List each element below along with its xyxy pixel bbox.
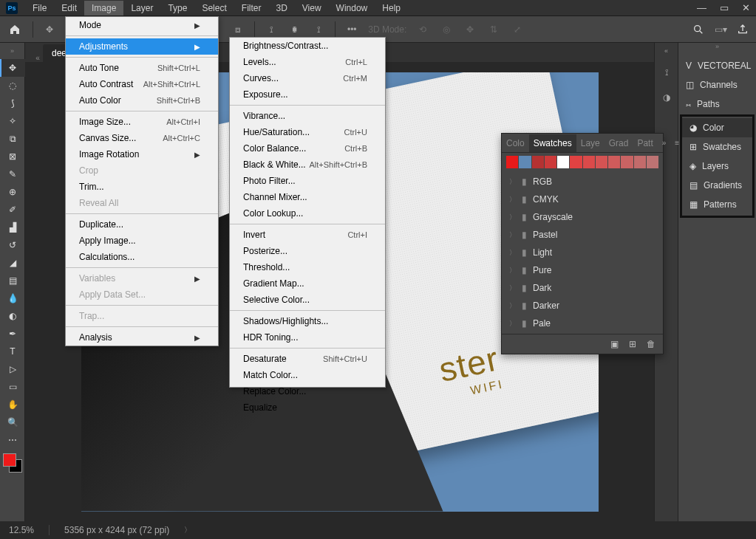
collapse-icon[interactable]: »: [678, 43, 756, 56]
panel-paths[interactable]: ⟗Paths: [678, 95, 756, 114]
collapse-icon[interactable]: »: [658, 139, 671, 147]
maximize-button[interactable]: ▭: [720, 2, 729, 13]
3d-pan-icon[interactable]: ✥: [463, 22, 477, 37]
swatch-cell[interactable]: [545, 156, 556, 168]
rectangle-tool[interactable]: ▭: [0, 378, 25, 396]
new-swatch-icon[interactable]: ⊞: [629, 339, 636, 349]
eraser-tool[interactable]: ◢: [0, 254, 25, 272]
panel-vectoreal[interactable]: VVECTOREAL: [678, 56, 756, 75]
menu-item-trim[interactable]: Trim...: [66, 179, 218, 195]
menu-item-vibrance[interactable]: Vibrance...: [230, 108, 385, 124]
align-center-v-icon[interactable]: ⧯: [287, 22, 302, 37]
swatch-cell[interactable]: [519, 156, 531, 168]
menu-item-selective-color[interactable]: Selective Color...: [230, 292, 385, 308]
path-selection-tool[interactable]: ▷: [0, 360, 25, 378]
menu-item-replace-color[interactable]: Replace Color...: [230, 383, 385, 399]
menu-item-black-white[interactable]: Black & White...Alt+Shift+Ctrl+B: [230, 157, 385, 173]
clone-stamp-tool[interactable]: ▟: [0, 219, 25, 236]
adjustments-icon[interactable]: ◑: [659, 90, 674, 105]
crop-tool[interactable]: ⧉: [0, 130, 25, 148]
swatch-cell[interactable]: [608, 156, 620, 168]
menubar-type[interactable]: Type: [160, 1, 194, 16]
panel-gradients[interactable]: ▤Gradients: [682, 176, 752, 195]
swatch-cell[interactable]: [647, 156, 658, 168]
panel-swatches[interactable]: ⊞Swatches: [682, 137, 752, 157]
menu-item-analysis[interactable]: Analysis▶: [66, 329, 218, 346]
history-brush-tool[interactable]: ↺: [0, 236, 25, 254]
panel-tab-colo[interactable]: Colo: [502, 134, 529, 152]
panel-color[interactable]: ◕Color: [682, 118, 752, 137]
menu-item-desaturate[interactable]: DesaturateShift+Ctrl+U: [230, 351, 385, 367]
swatch-cell[interactable]: [532, 156, 544, 168]
menu-item-image-rotation[interactable]: Image Rotation▶: [66, 146, 218, 162]
menubar-3d[interactable]: 3D: [268, 1, 294, 16]
align-top-icon[interactable]: ⟟: [264, 22, 279, 37]
swatch-folder-dark[interactable]: 〉▮Dark: [502, 279, 663, 297]
panel-channels[interactable]: ◫Channels: [678, 75, 756, 95]
foreground-color[interactable]: [3, 453, 16, 467]
swatch-folder-pure[interactable]: 〉▮Pure: [502, 261, 663, 279]
panel-tab-patt[interactable]: Patt: [633, 134, 657, 152]
menubar-select[interactable]: Select: [194, 1, 234, 16]
swatch-cell[interactable]: [557, 156, 569, 168]
marquee-tool[interactable]: ◌: [0, 77, 25, 95]
menu-item-brightness-contrast[interactable]: Brightness/Contrast...: [230, 38, 385, 54]
magic-wand-tool[interactable]: ✧: [0, 112, 25, 130]
menu-item-apply-image[interactable]: Apply Image...: [66, 233, 218, 249]
swatch-cell[interactable]: [621, 156, 633, 168]
align-bottom-icon[interactable]: ⟟: [311, 22, 326, 37]
lasso-tool[interactable]: ⟆: [0, 95, 25, 112]
eyedropper-tool[interactable]: ✎: [0, 165, 25, 183]
menu-item-image-size[interactable]: Image Size...Alt+Ctrl+I: [66, 114, 218, 130]
menubar-edit[interactable]: Edit: [54, 1, 84, 16]
menu-item-hue-saturation[interactable]: Hue/Saturation...Ctrl+U: [230, 124, 385, 140]
menu-item-gradient-map[interactable]: Gradient Map...: [230, 275, 385, 292]
home-button[interactable]: [6, 21, 24, 38]
panel-tab-laye[interactable]: Laye: [576, 134, 605, 152]
edit-toolbar-icon[interactable]: ⋯: [0, 431, 25, 449]
swatch-folder-rgb[interactable]: 〉▮RGB: [502, 173, 663, 190]
collapse-icon[interactable]: »: [0, 47, 24, 59]
menu-item-color-lookup[interactable]: Color Lookup...: [230, 205, 385, 222]
frame-tool[interactable]: ⊠: [0, 148, 25, 165]
move-tool-icon[interactable]: ✥: [42, 22, 57, 37]
menu-item-calculations[interactable]: Calculations...: [66, 249, 218, 265]
workspace-switcher-icon[interactable]: ▭▾: [713, 22, 728, 37]
swatch-cell[interactable]: [634, 156, 646, 168]
menu-item-adjustments[interactable]: Adjustments▶: [66, 38, 218, 55]
menu-item-equalize[interactable]: Equalize: [230, 399, 385, 416]
3d-zoom-icon[interactable]: ⤢: [510, 22, 525, 37]
status-caret-icon[interactable]: 〉: [184, 525, 191, 535]
swatch-cell[interactable]: [583, 156, 595, 168]
save-folder-icon[interactable]: ▣: [610, 339, 619, 349]
menu-item-match-color[interactable]: Match Color...: [230, 367, 385, 383]
menu-item-hdr-toning[interactable]: HDR Toning...: [230, 329, 385, 346]
swatch-folder-darker[interactable]: 〉▮Darker: [502, 297, 663, 315]
menubar-view[interactable]: View: [295, 1, 329, 16]
swatch-folder-pastel[interactable]: 〉▮Pastel: [502, 226, 663, 244]
menu-item-shadows-highlights[interactable]: Shadows/Highlights...: [230, 313, 385, 329]
zoom-level[interactable]: 12.5%: [9, 525, 34, 535]
menu-item-invert[interactable]: InvertCtrl+I: [230, 227, 385, 243]
panel-menu-icon[interactable]: ≡: [670, 139, 684, 147]
menu-item-duplicate[interactable]: Duplicate...: [66, 216, 218, 233]
menu-item-mode[interactable]: Mode▶: [66, 17, 218, 33]
swatch-cell[interactable]: [506, 156, 518, 168]
menu-item-color-balance[interactable]: Color Balance...Ctrl+B: [230, 140, 385, 157]
swatch-folder-light[interactable]: 〉▮Light: [502, 244, 663, 261]
menu-item-auto-color[interactable]: Auto ColorShift+Ctrl+B: [66, 92, 218, 109]
align-right-icon[interactable]: ⧈: [231, 22, 245, 37]
menubar-help[interactable]: Help: [375, 1, 408, 16]
menu-item-levels[interactable]: Levels...Ctrl+L: [230, 54, 385, 70]
swatch-folder-pale[interactable]: 〉▮Pale: [502, 315, 663, 332]
panel-patterns[interactable]: ▦Patterns: [682, 195, 752, 214]
color-swatch[interactable]: [3, 453, 22, 473]
menubar-layer[interactable]: Layer: [123, 1, 160, 16]
menubar-filter[interactable]: Filter: [234, 1, 269, 16]
panel-tab-swatches[interactable]: Swatches: [529, 134, 576, 152]
dodge-tool[interactable]: ◐: [0, 307, 25, 325]
gradient-tool[interactable]: ▤: [0, 272, 25, 289]
swatch-folder-cmyk[interactable]: 〉▮CMYK: [502, 190, 663, 208]
menu-item-canvas-size[interactable]: Canvas Size...Alt+Ctrl+C: [66, 130, 218, 146]
healing-brush-tool[interactable]: ⊕: [0, 183, 25, 201]
